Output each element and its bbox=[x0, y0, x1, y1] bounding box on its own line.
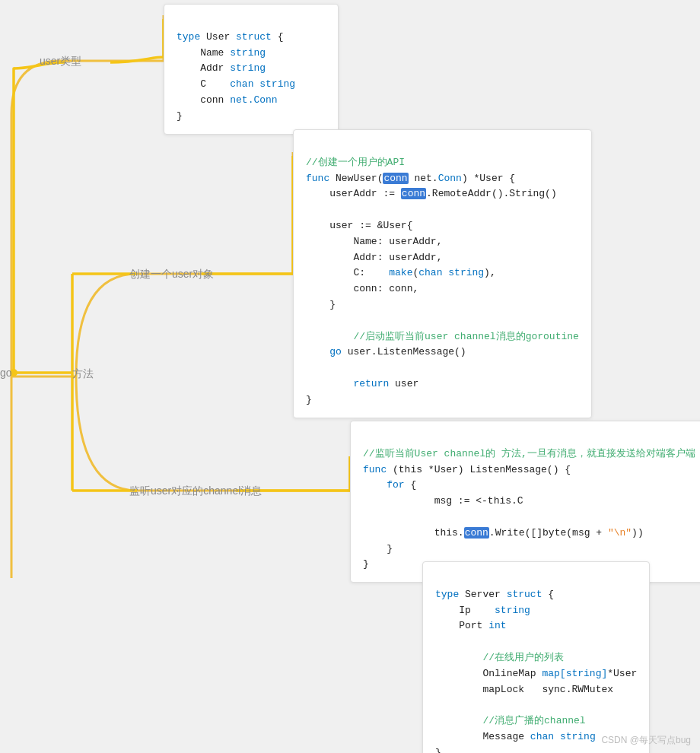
code-box-new-user: //创建一个用户的API func NewUser(conn net.Conn)… bbox=[293, 129, 592, 418]
code-box-server-struct: type Server struct { Ip string Port int … bbox=[422, 561, 650, 753]
method-label: 方法 bbox=[72, 367, 94, 381]
go-label: go bbox=[0, 367, 12, 379]
listen-label: 监听user对应的channel消息 bbox=[129, 485, 262, 498]
watermark: CSDN @每天写点bug bbox=[601, 734, 691, 747]
code-box-listen-message: //监听当前User channel的 方法,一旦有消息，就直接发送给对端客户端… bbox=[350, 421, 700, 583]
code-box-user-struct: type User struct { Name string Addr stri… bbox=[164, 4, 339, 135]
create-user-label: 创建一个user对象 bbox=[129, 268, 214, 281]
user-type-label: user类型 bbox=[40, 55, 81, 68]
